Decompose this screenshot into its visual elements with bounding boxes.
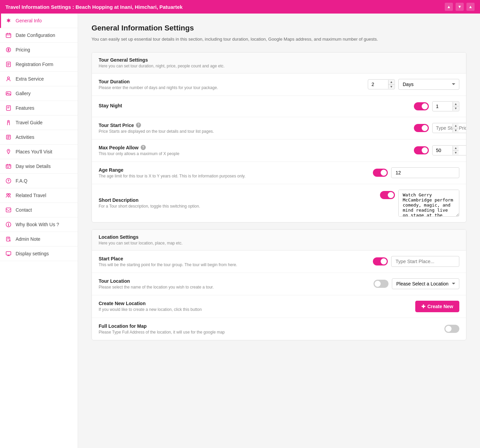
tour-general-settings-section: Tour General Settings Here you can set t… bbox=[92, 52, 466, 222]
max-people-allow-up[interactable]: ▲ bbox=[453, 146, 459, 151]
sidebar-item-features[interactable]: Features bbox=[0, 101, 78, 115]
start-place-row: Start Place This will be the starting po… bbox=[92, 251, 466, 273]
tour-general-settings-header: Tour General Settings Here you can set t… bbox=[92, 52, 466, 73]
full-location-map-info: Full Location for Map Please Type Full A… bbox=[99, 323, 440, 335]
tour-duration-down[interactable]: ▼ bbox=[388, 85, 394, 89]
activities-icon bbox=[5, 134, 12, 140]
sidebar-item-date-configuration[interactable]: Date Configuration bbox=[0, 28, 78, 43]
create-new-plus-icon: ✚ bbox=[421, 304, 425, 309]
tour-general-settings-title: Tour General Settings bbox=[99, 57, 459, 63]
sidebar-item-admin-note[interactable]: Admin Note bbox=[0, 232, 78, 247]
stay-night-control: ▲ ▼ bbox=[414, 101, 459, 111]
sidebar-item-extra-service[interactable]: Extra Service bbox=[0, 72, 78, 86]
age-range-row: Age Range The age limit for this tour is… bbox=[92, 162, 466, 184]
header-up-btn[interactable]: ▲ bbox=[445, 3, 453, 11]
sidebar-item-display-settings[interactable]: Display settings bbox=[0, 247, 78, 261]
tour-location-slider bbox=[374, 280, 388, 288]
create-new-location-row: Create New Location If you would like to… bbox=[92, 295, 466, 318]
location-settings-section: Location Settings Here you can set tour … bbox=[92, 229, 466, 340]
full-location-map-label: Full Location for Map bbox=[99, 323, 440, 329]
display-settings-icon bbox=[5, 251, 12, 257]
start-place-desc: This will be the starting point for the … bbox=[99, 262, 369, 267]
short-description-info: Short Description For a Tour short descr… bbox=[99, 197, 376, 209]
header-down-btn[interactable]: ▼ bbox=[456, 3, 464, 11]
sidebar-label-day-wise-details: Day wise Details bbox=[16, 164, 51, 169]
svg-point-3 bbox=[7, 77, 9, 79]
page-description: You can easily set up essential tour det… bbox=[92, 36, 466, 43]
date-configuration-icon bbox=[5, 32, 12, 38]
tour-duration-unit-select[interactable]: Days Nights Hours bbox=[398, 79, 459, 90]
tour-start-price-toggle[interactable] bbox=[414, 124, 429, 132]
location-settings-desc: Here you can set tour location, place, m… bbox=[99, 241, 459, 246]
location-settings-header: Location Settings Here you can set tour … bbox=[92, 230, 466, 251]
max-people-allow-spin: ▲ ▼ bbox=[453, 146, 459, 155]
age-range-input[interactable] bbox=[391, 167, 459, 178]
sidebar-label-related-travel: Related Travel bbox=[16, 193, 46, 198]
sidebar-item-related-travel[interactable]: Related Travel bbox=[0, 188, 78, 203]
max-people-allow-input[interactable] bbox=[432, 145, 466, 155]
short-description-slider bbox=[380, 191, 395, 199]
max-people-allow-slider bbox=[414, 146, 429, 154]
full-location-map-desc: Please Type Full Address of the location… bbox=[99, 330, 440, 335]
sidebar-item-gallery[interactable]: Gallery bbox=[0, 86, 78, 101]
create-new-label: Create New bbox=[427, 304, 453, 309]
svg-rect-15 bbox=[6, 208, 11, 212]
stay-night-number-wrap: ▲ ▼ bbox=[432, 101, 459, 111]
tour-location-select[interactable]: Please Select a Location bbox=[392, 278, 459, 289]
svg-rect-0 bbox=[6, 34, 11, 38]
tour-location-toggle[interactable] bbox=[374, 280, 388, 288]
header-collapse-btn[interactable]: ▲ bbox=[466, 3, 475, 11]
tour-duration-label: Tour Duration bbox=[99, 79, 364, 84]
sidebar-item-places-youll-visit[interactable]: Places You'll Visit bbox=[0, 145, 78, 159]
max-people-allow-toggle[interactable] bbox=[414, 146, 429, 154]
sidebar-item-contact[interactable]: Contact bbox=[0, 203, 78, 217]
age-range-toggle[interactable] bbox=[373, 169, 388, 177]
short-description-textarea[interactable]: Watch Gerry McCambridge perform comedy, … bbox=[398, 190, 459, 217]
sidebar-item-travel-guide[interactable]: Travel Guide bbox=[0, 115, 78, 130]
admin-note-icon bbox=[5, 236, 12, 242]
registration-form-icon bbox=[5, 61, 12, 67]
full-location-map-toggle[interactable] bbox=[444, 325, 459, 333]
tour-start-price-info: Tour Start Price ? Price Starts are disp… bbox=[99, 123, 410, 134]
tour-duration-control: ▲ ▼ Days Nights Hours bbox=[368, 79, 459, 90]
tour-start-price-input[interactable] bbox=[432, 123, 466, 133]
tour-duration-up[interactable]: ▲ bbox=[388, 80, 394, 85]
sidebar-item-general-info[interactable]: ✱ General Info bbox=[0, 14, 78, 28]
header-title: Travel Information Settings : Beach Hopp… bbox=[5, 4, 183, 10]
short-description-toggle[interactable] bbox=[380, 191, 395, 199]
sidebar-item-faq[interactable]: F.A.Q bbox=[0, 174, 78, 188]
short-description-desc: For a Tour short description, toggle thi… bbox=[99, 204, 376, 209]
sidebar-label-why-book-with-us: Why Book With Us ? bbox=[16, 222, 59, 227]
age-range-slider bbox=[373, 169, 388, 177]
tour-start-price-control: ▲ ▼ bbox=[414, 123, 459, 133]
tour-start-price-row: Tour Start Price ? Price Starts are disp… bbox=[92, 117, 466, 140]
max-people-allow-down[interactable]: ▼ bbox=[453, 151, 459, 155]
start-place-toggle[interactable] bbox=[373, 257, 388, 265]
sidebar-label-travel-guide: Travel Guide bbox=[16, 120, 43, 125]
sidebar-item-pricing[interactable]: Pricing bbox=[0, 43, 78, 57]
age-range-info: Age Range The age limit for this tour is… bbox=[99, 167, 369, 178]
tour-start-price-down[interactable]: ▼ bbox=[453, 128, 459, 133]
sidebar-item-day-wise-details[interactable]: Day wise Details bbox=[0, 159, 78, 174]
extra-service-icon bbox=[5, 76, 12, 82]
sidebar-item-registration-form[interactable]: Registration Form bbox=[0, 57, 78, 72]
stay-night-toggle[interactable] bbox=[414, 102, 429, 110]
max-people-allow-control: ▲ ▼ bbox=[414, 145, 459, 155]
tour-start-price-up[interactable]: ▲ bbox=[453, 124, 459, 128]
start-place-label: Start Place bbox=[99, 256, 369, 261]
tour-location-control: Please Select a Location bbox=[374, 278, 459, 289]
related-travel-icon bbox=[5, 192, 12, 198]
sidebar-item-why-book-with-us[interactable]: Why Book With Us ? bbox=[0, 217, 78, 232]
max-people-allow-info: Max People Allow ? This tour only allows… bbox=[99, 145, 410, 156]
create-new-location-button[interactable]: ✚ Create New bbox=[415, 301, 459, 312]
sidebar-item-activities[interactable]: Activities bbox=[0, 130, 78, 145]
max-people-allow-row: Max People Allow ? This tour only allows… bbox=[92, 140, 466, 162]
stay-night-down[interactable]: ▼ bbox=[453, 106, 459, 111]
faq-icon bbox=[5, 178, 12, 184]
start-place-info: Start Place This will be the starting po… bbox=[99, 256, 369, 267]
app-header: Travel Information Settings : Beach Hopp… bbox=[0, 0, 480, 14]
sidebar-label-display-settings: Display settings bbox=[16, 251, 49, 256]
start-place-input[interactable] bbox=[391, 256, 459, 267]
stay-night-label: Stay Night bbox=[99, 103, 410, 108]
stay-night-up[interactable]: ▲ bbox=[453, 102, 459, 107]
